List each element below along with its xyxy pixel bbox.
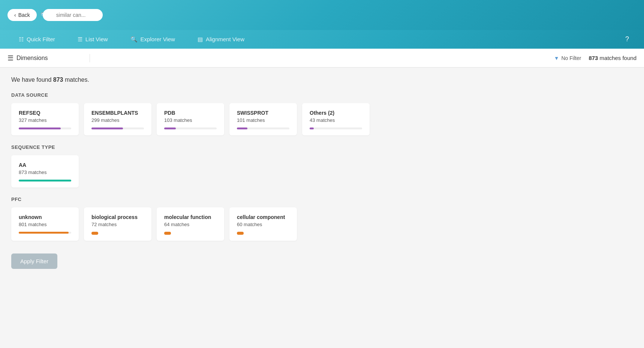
nav-alignment-view[interactable]: ▤ Alignment View bbox=[186, 30, 256, 48]
search-input[interactable] bbox=[43, 9, 103, 21]
filter-card[interactable]: cellular component60 matches bbox=[229, 207, 297, 241]
card-bar-container bbox=[91, 128, 144, 129]
grid-icon: ☷ bbox=[19, 36, 24, 43]
card-bar-dot bbox=[91, 232, 98, 235]
card-title: molecular function bbox=[164, 214, 217, 220]
card-bar bbox=[19, 180, 71, 182]
card-bar-container bbox=[310, 128, 362, 129]
no-filter-text: No Filter bbox=[561, 55, 581, 61]
filter-card[interactable]: PDB103 matches bbox=[157, 103, 224, 135]
card-count: 103 matches bbox=[164, 117, 217, 123]
card-bar-container bbox=[164, 128, 217, 129]
card-bar-dot bbox=[164, 232, 171, 235]
filter-card[interactable]: biological process72 matches bbox=[84, 207, 151, 241]
card-bar-dot bbox=[237, 232, 244, 235]
card-bar-container bbox=[19, 180, 71, 182]
card-count: 60 matches bbox=[237, 222, 289, 227]
main-content: We have found 873 matches. DATA SOURCE R… bbox=[0, 68, 644, 348]
card-bar bbox=[164, 128, 176, 129]
filter-card[interactable]: unknown801 matches bbox=[11, 207, 79, 241]
explorer-icon: 🔍 bbox=[130, 36, 138, 43]
filter-card[interactable]: molecular function64 matches bbox=[157, 207, 224, 241]
found-text-prefix: We have found bbox=[11, 76, 53, 83]
sequence-type-cards: AA873 matches bbox=[11, 155, 633, 188]
card-count: 101 matches bbox=[237, 117, 289, 123]
nav-quick-filter[interactable]: ☷ Quick Filter bbox=[7, 30, 66, 48]
filter-card[interactable]: SWISSPROT101 matches bbox=[229, 103, 297, 135]
no-filter-label[interactable]: ▼ No Filter bbox=[554, 55, 581, 61]
filter-section: ▼ No Filter 873 matches found bbox=[554, 55, 637, 61]
matches-found-label: matches found bbox=[600, 55, 637, 61]
found-text-suffix: matches. bbox=[63, 76, 89, 83]
card-title: unknown bbox=[19, 214, 71, 220]
card-title: PDB bbox=[164, 110, 217, 116]
card-bar bbox=[310, 128, 314, 129]
filter-card[interactable]: Others (2)43 matches bbox=[302, 103, 370, 135]
list-icon: ☰ bbox=[78, 36, 82, 43]
nav-quick-filter-label: Quick Filter bbox=[27, 36, 55, 42]
card-count: 72 matches bbox=[91, 222, 144, 227]
nav-explorer-view-label: Explorer View bbox=[141, 36, 175, 42]
apply-filter-button[interactable]: Apply Filter bbox=[11, 254, 57, 269]
card-count: 801 matches bbox=[19, 222, 71, 227]
data-source-title: DATA SOURCE bbox=[11, 92, 633, 98]
card-bar bbox=[19, 128, 61, 129]
back-arrow-icon: ‹ bbox=[14, 12, 16, 18]
alignment-icon: ▤ bbox=[198, 36, 203, 43]
filter-icon: ▼ bbox=[554, 55, 559, 61]
card-count: 64 matches bbox=[164, 222, 217, 227]
data-source-cards: REFSEQ327 matchesENSEMBLPLANTS299 matche… bbox=[11, 103, 633, 135]
pfc-cards: unknown801 matchesbiological process72 m… bbox=[11, 207, 633, 241]
card-title: REFSEQ bbox=[19, 110, 71, 116]
card-count: 299 matches bbox=[91, 117, 144, 123]
sequence-type-title: SEQUENCE TYPE bbox=[11, 144, 633, 150]
hamburger-icon: ☰ bbox=[7, 54, 13, 62]
back-button[interactable]: ‹ Back bbox=[7, 9, 37, 21]
card-title: biological process bbox=[91, 214, 144, 220]
dimensions-label: Dimensions bbox=[16, 55, 48, 62]
help-icon: ? bbox=[625, 35, 629, 43]
dimensions-section: ☰ Dimensions bbox=[7, 54, 90, 62]
card-count: 327 matches bbox=[19, 117, 71, 123]
card-bar bbox=[19, 232, 69, 234]
card-title: SWISSPROT bbox=[237, 110, 289, 116]
card-title: ENSEMBLPLANTS bbox=[91, 110, 144, 116]
card-bar-container bbox=[19, 128, 71, 129]
card-bar-container bbox=[237, 128, 289, 129]
matches-count: 873 bbox=[589, 55, 598, 61]
apply-filter-label: Apply Filter bbox=[20, 258, 48, 264]
nav-list-view-label: List View bbox=[85, 36, 108, 42]
search-wrapper: 🔍 bbox=[37, 9, 103, 21]
nav-bar: ☷ Quick Filter ☰ List View 🔍 Explorer Vi… bbox=[0, 30, 644, 49]
help-button[interactable]: ? bbox=[618, 35, 637, 43]
matches-found-display: 873 matches found bbox=[589, 55, 637, 61]
sub-header: ☰ Dimensions ▼ No Filter 873 matches fou… bbox=[0, 49, 644, 68]
card-count: 43 matches bbox=[310, 117, 362, 123]
card-bar-container bbox=[91, 232, 144, 235]
card-bar-container bbox=[19, 232, 71, 234]
card-title: AA bbox=[19, 162, 71, 168]
card-title: Others (2) bbox=[310, 110, 362, 116]
back-label: Back bbox=[18, 12, 30, 18]
nav-list-view[interactable]: ☰ List View bbox=[66, 30, 119, 48]
top-bar: ‹ Back 🔍 bbox=[0, 0, 644, 30]
card-bar-container bbox=[237, 232, 289, 235]
card-bar-container bbox=[164, 232, 217, 235]
card-bar bbox=[91, 128, 123, 129]
nav-alignment-view-label: Alignment View bbox=[206, 36, 244, 42]
card-count: 873 matches bbox=[19, 170, 71, 175]
found-text: We have found 873 matches. bbox=[11, 76, 633, 83]
pfc-title: PFC bbox=[11, 196, 633, 202]
filter-card[interactable]: REFSEQ327 matches bbox=[11, 103, 79, 135]
card-bar bbox=[237, 128, 247, 129]
filter-card[interactable]: AA873 matches bbox=[11, 155, 79, 188]
nav-explorer-view[interactable]: 🔍 Explorer View bbox=[119, 30, 186, 48]
card-title: cellular component bbox=[237, 214, 289, 220]
filter-card[interactable]: ENSEMBLPLANTS299 matches bbox=[84, 103, 151, 135]
found-count: 873 bbox=[53, 76, 63, 83]
